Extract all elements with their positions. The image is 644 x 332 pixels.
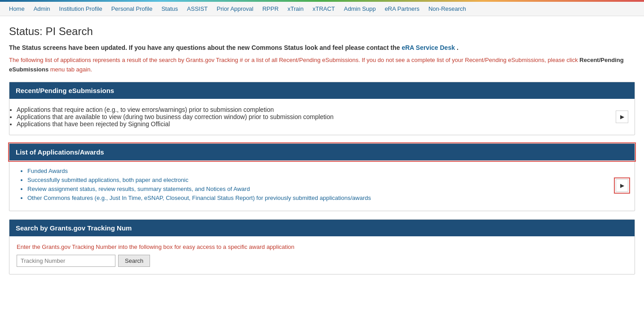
list-item: Review assignment status, review results… <box>27 186 627 192</box>
nav-status[interactable]: Status <box>157 2 182 16</box>
nav-institution-profile[interactable]: Institution Profile <box>55 2 107 16</box>
list-item: Applications that require action (e.g., … <box>17 106 608 113</box>
applications-awards-panel: List of Applications/Awards Funded Award… <box>9 143 635 211</box>
recent-submissions-body: Applications that require action (e.g., … <box>9 99 635 135</box>
recent-submissions-header: Recent/Pending eSubmissions <box>9 82 635 99</box>
main-content: Status: PI Search The Status screens hav… <box>0 16 644 292</box>
search-panel: Search by Grants.gov Tracking Num Enter … <box>9 219 635 274</box>
nav-personal-profile[interactable]: Personal Profile <box>107 2 157 16</box>
search-panel-header: Search by Grants.gov Tracking Num <box>9 220 635 236</box>
nav-admin-supp[interactable]: Admin Supp <box>340 2 380 16</box>
recent-submissions-collapse-button[interactable]: ▶ <box>616 111 628 123</box>
search-description: Enter the Grants.gov Tracking Number int… <box>17 243 627 250</box>
nav-era-partners[interactable]: eRA Partners <box>380 2 424 16</box>
nav-xtrain[interactable]: xTrain <box>283 2 308 16</box>
list-item: Applications that have been rejected by … <box>17 120 608 128</box>
applications-awards-collapse-button[interactable]: ▶ <box>616 179 628 192</box>
era-service-desk-link[interactable]: eRA Service Desk <box>401 44 455 51</box>
list-item: Successfully submitted applications, bot… <box>27 177 627 183</box>
nav-admin[interactable]: Admin <box>29 2 55 16</box>
recent-submissions-list: Applications that require action (e.g., … <box>17 106 608 128</box>
list-item: Funded Awards <box>27 168 627 174</box>
list-item: Other Commons features (e.g., Just In Ti… <box>27 195 627 201</box>
alert-text: The Status screens have been updated. If… <box>9 44 635 51</box>
nav-home[interactable]: Home <box>4 2 29 16</box>
applications-awards-list: Funded Awards Successfully submitted app… <box>17 168 627 201</box>
nav-rppr[interactable]: RPPR <box>258 2 283 16</box>
search-row: Search <box>17 255 627 267</box>
tracking-number-input[interactable] <box>17 255 115 267</box>
search-panel-body: Enter the Grants.gov Tracking Number int… <box>9 236 635 274</box>
applications-awards-header: List of Applications/Awards <box>9 144 635 160</box>
recent-submissions-panel: Recent/Pending eSubmissions Applications… <box>9 82 635 135</box>
search-button[interactable]: Search <box>118 255 150 267</box>
page-title: Status: PI Search <box>9 25 635 38</box>
main-navigation: Home Admin Institution Profile Personal … <box>0 2 644 16</box>
list-item: Applications that are available to view … <box>17 113 608 120</box>
nav-prior-approval[interactable]: Prior Approval <box>212 2 258 16</box>
applications-awards-body: Funded Awards Successfully submitted app… <box>9 160 635 211</box>
nav-xtract[interactable]: xTRACT <box>308 2 340 16</box>
nav-assist[interactable]: ASSIST <box>182 2 212 16</box>
nav-non-research[interactable]: Non-Research <box>424 2 471 16</box>
info-text: The following list of applications repre… <box>9 56 635 75</box>
